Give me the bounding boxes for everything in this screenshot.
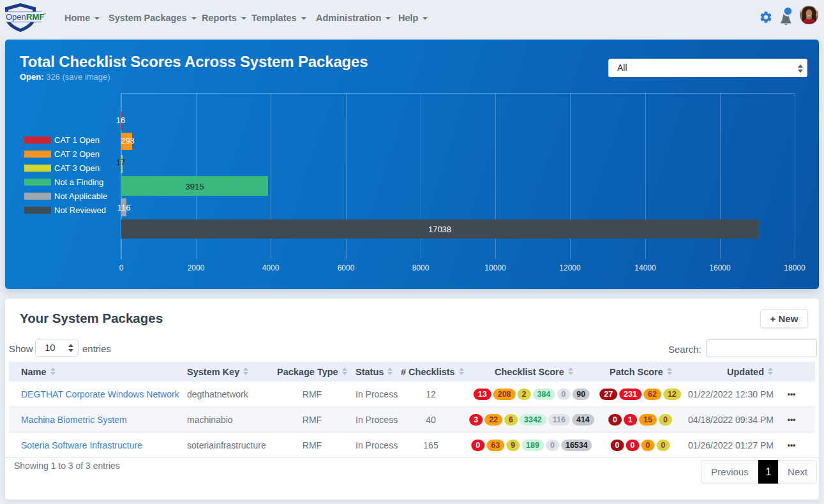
svg-text:RMF: RMF xyxy=(26,12,45,22)
svg-text:™: ™ xyxy=(43,12,47,16)
svg-text:Open: Open xyxy=(6,12,26,22)
